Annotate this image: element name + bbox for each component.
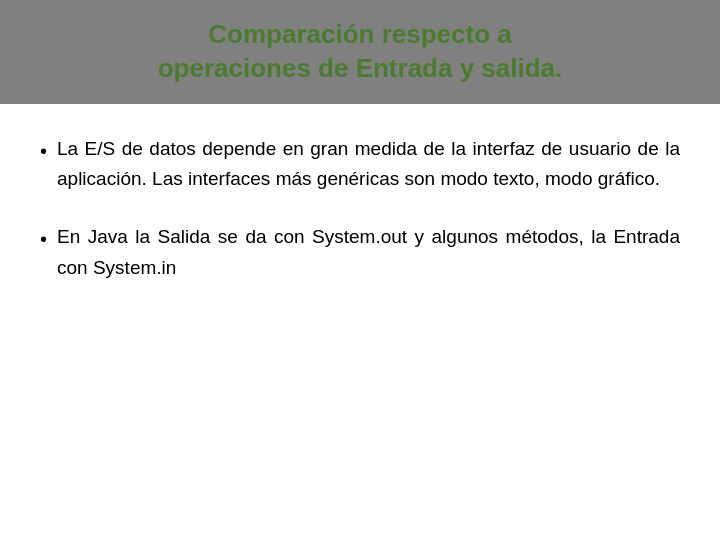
bullet-text-2: En Java la Salida se da con System.out y… [57, 222, 680, 283]
bullet-dot-2: • [40, 224, 47, 254]
bullet-dot-1: • [40, 136, 47, 166]
slide-title: Comparación respecto a operaciones de En… [40, 18, 680, 86]
bullet-item-2: • En Java la Salida se da con System.out… [40, 222, 680, 283]
slide-container: Comparación respecto a operaciones de En… [0, 0, 720, 540]
bullet-item-1: • La E/S de datos depende en gran medida… [40, 134, 680, 195]
title-line2: operaciones de Entrada y salida. [158, 53, 563, 83]
title-line1: Comparación respecto a [208, 19, 511, 49]
content-area: • La E/S de datos depende en gran medida… [0, 104, 720, 540]
header-bar: Comparación respecto a operaciones de En… [0, 0, 720, 104]
bullet-text-1: La E/S de datos depende en gran medida d… [57, 134, 680, 195]
